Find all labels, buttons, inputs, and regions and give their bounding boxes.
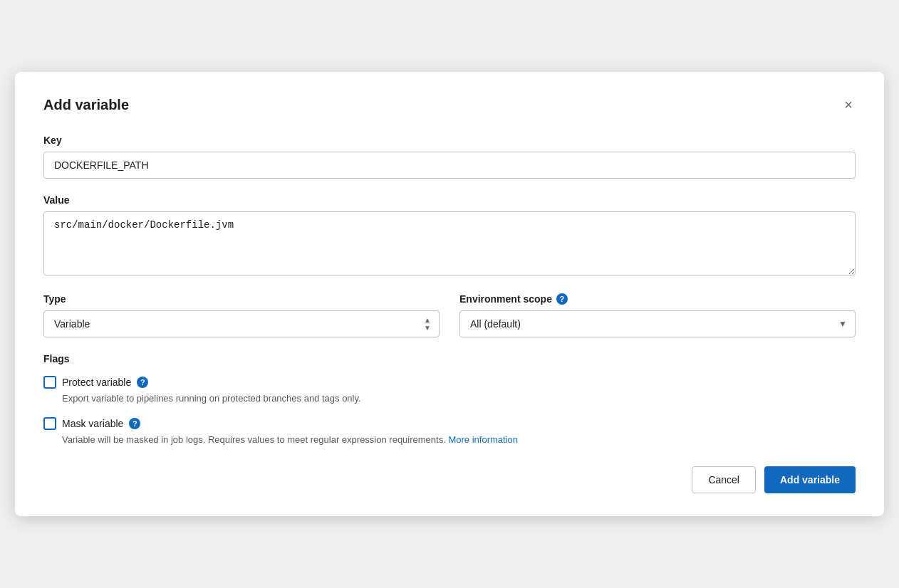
close-button[interactable]: ×	[841, 95, 856, 115]
key-input[interactable]	[43, 152, 856, 179]
add-variable-dialog: Add variable × Key Value src/main/docker…	[15, 72, 884, 516]
flags-title: Flags	[43, 353, 856, 364]
dialog-header: Add variable ×	[43, 95, 856, 115]
flags-section: Flags Protect variable ? Export variable…	[43, 353, 856, 446]
dialog-title: Add variable	[43, 97, 129, 113]
mask-variable-label: Mask variable	[62, 418, 123, 429]
type-select[interactable]: Variable File	[43, 310, 440, 337]
dialog-footer: Cancel Add variable	[43, 466, 856, 493]
type-field-group: Type Variable File ▲ ▼	[43, 293, 440, 337]
value-input[interactable]: src/main/docker/<span class="spellcheck-…	[43, 211, 856, 275]
type-select-wrapper: Variable File ▲ ▼	[43, 310, 440, 337]
protect-variable-checkbox[interactable]	[43, 376, 56, 389]
protect-variable-label: Protect variable	[62, 377, 131, 388]
protect-variable-description: Export variable to pipelines running on …	[62, 392, 856, 406]
value-label: Value	[43, 194, 856, 206]
env-scope-field-group: Environment scope ? All (default) Produc…	[459, 293, 856, 337]
cancel-button[interactable]: Cancel	[692, 466, 756, 493]
type-env-row: Type Variable File ▲ ▼ Environment scope…	[43, 293, 856, 337]
key-field-group: Key	[43, 135, 856, 179]
more-information-link[interactable]: More information	[448, 434, 518, 445]
key-label: Key	[43, 135, 856, 146]
protect-variable-item: Protect variable ? Export variable to pi…	[43, 376, 856, 406]
mask-variable-row: Mask variable ?	[43, 417, 856, 430]
value-field-group: Value src/main/docker/<span class="spell…	[43, 194, 856, 278]
env-scope-help-icon[interactable]: ?	[556, 293, 568, 305]
env-scope-select-wrapper: All (default) Production Staging Develop…	[459, 310, 856, 337]
add-variable-button[interactable]: Add variable	[764, 466, 856, 493]
protect-variable-row: Protect variable ?	[43, 376, 856, 389]
type-label: Type	[43, 293, 440, 305]
env-scope-select[interactable]: All (default) Production Staging Develop…	[459, 310, 856, 337]
mask-variable-description: Variable will be masked in job logs. Req…	[62, 433, 856, 447]
env-scope-label: Environment scope ?	[459, 293, 856, 305]
mask-variable-item: Mask variable ? Variable will be masked …	[43, 417, 856, 447]
protect-variable-help-icon[interactable]: ?	[137, 377, 148, 388]
mask-variable-help-icon[interactable]: ?	[129, 418, 140, 429]
mask-variable-checkbox[interactable]	[43, 417, 56, 430]
